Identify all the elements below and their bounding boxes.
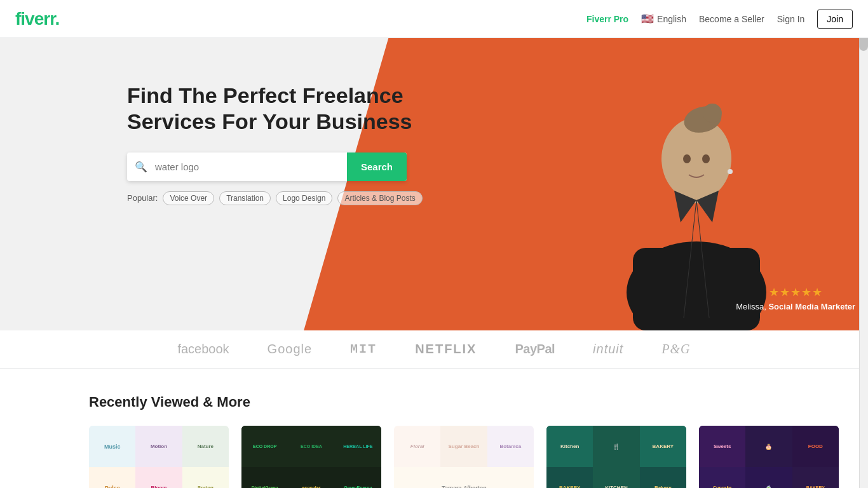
card-3[interactable]: Floral Sugar Beach Botanica Tamara Alber… [394,426,534,488]
hero-title-line1: Find The Perfect Freelance [127,83,403,107]
card-cell: Sweets [699,426,745,467]
card-4[interactable]: Kitchen 🍴 BAKERY BAKERY KITCHEN Bakery [546,426,686,488]
card-1-grid: Music Motion Nature Pulse Bloom Spring [89,426,229,488]
svg-point-6 [683,154,691,163]
svg-point-7 [702,154,710,163]
search-icon: 🔍 [127,161,155,173]
svg-point-5 [703,104,722,123]
card-cell: KITCHEN [593,467,639,488]
card-cell: Nature [182,426,229,467]
popular-row: Popular: Voice Over Translation Logo Des… [127,191,423,205]
card-cell: Bakery [640,467,686,488]
card-4-grid: Kitchen 🍴 BAKERY BAKERY KITCHEN Bakery [546,426,686,488]
hero-title: Find The Perfect Freelance Services For … [127,83,423,135]
language-selector[interactable]: 🇺🇸 English [641,13,686,25]
card-cell: 🍵 [745,467,792,488]
search-button[interactable]: Search [347,152,407,181]
card-cell: Kitchen [546,426,593,467]
card-cell: BAKERY [640,426,686,467]
card-cell: ECO IDEA [288,426,334,467]
navbar-right: Fiverr Pro 🇺🇸 English Become a Seller Si… [587,10,853,29]
brand-netflix: NETFLIX [415,342,477,356]
card-cell: HERBAL LIFE [335,426,381,467]
card-cell: BAKERY [792,467,839,488]
card-cell: ecosolar [288,467,334,488]
card-cell: Pulse [89,467,135,488]
card-cell: 🍴 [593,426,639,467]
svg-point-12 [728,169,733,174]
card-cell: ECO DROP [241,426,288,467]
card-cell: Tamara Alberton [394,467,534,488]
logo-dot: . [55,9,60,29]
card-5-grid: Sweets 🎂 FOOD Cupcake 🍵 BAKERY [699,426,839,488]
popular-tag-articles[interactable]: Articles & Blog Posts [337,191,422,205]
card-cell: Floral [394,426,440,467]
hero-content: Find The Perfect Freelance Services For … [127,83,423,205]
card-3-grid: Floral Sugar Beach Botanica Tamara Alber… [394,426,534,488]
person-name-text: Melissa, [736,302,766,311]
brand-facebook: facebook [177,342,229,356]
logo[interactable]: fiverr. [15,9,59,29]
popular-label: Popular: [127,193,158,203]
brand-google: Google [268,342,313,356]
card-cell: Sugar Beach [440,426,487,467]
card-cell: BAKERY [546,467,593,488]
become-seller-link[interactable]: Become a Seller [699,14,764,24]
language-label: English [657,14,686,24]
section-title: Recently Viewed & More [89,394,843,410]
join-button[interactable]: Join [817,10,853,29]
popular-tag-voiceover[interactable]: Voice Over [163,191,214,205]
card-cell: Cupcake [699,467,745,488]
card-cell: Motion [135,426,182,467]
search-input[interactable] [155,152,347,181]
person-rating: ★★★★★ Melissa, Social Media Marketer [736,285,855,311]
brand-intuit: intuit [593,342,623,356]
stars: ★★★★★ [736,285,855,299]
card-cell: 🎂 [745,426,792,467]
hero-title-line2: Services For Your Business [127,109,412,133]
fiverr-pro-link[interactable]: Fiverr Pro [587,14,628,24]
popular-tag-logo[interactable]: Logo Design [276,191,332,205]
card-5[interactable]: Sweets 🎂 FOOD Cupcake 🍵 BAKERY [699,426,839,488]
card-1[interactable]: Music Motion Nature Pulse Bloom Spring [89,426,229,488]
navbar-left: fiverr. [15,9,59,29]
brand-mit: MIT [350,342,377,356]
card-cell: DigitalGreen [241,467,288,488]
person-role: Social Media Marketer [768,302,855,311]
logo-text: fiverr [15,9,55,29]
search-bar: 🔍 Search [127,152,407,181]
card-cell: Music [89,426,135,467]
card-cell: Spring [182,467,229,488]
brand-paypal: PayPal [515,342,555,356]
card-2[interactable]: ECO DROP ECO IDEA HERBAL LIFE DigitalGre… [241,426,381,488]
person-name: Melissa, Social Media Marketer [736,302,855,311]
scrollbar[interactable] [859,0,868,488]
hero-section: Find The Perfect Freelance Services For … [0,38,868,330]
recently-viewed-section: Recently Viewed & More Music Motion Natu… [0,369,868,488]
card-2-grid: ECO DROP ECO IDEA HERBAL LIFE DigitalGre… [241,426,381,488]
brands-bar: facebook Google MIT NETFLIX PayPal intui… [0,330,868,369]
card-cell: Botanica [487,426,534,467]
cards-row: Music Motion Nature Pulse Bloom Spring E… [89,426,843,488]
card-cell: Bloom [135,467,182,488]
card-cell: GreenEnergy [335,467,381,488]
card-cell: FOOD [792,426,839,467]
brand-pg: P&G [661,342,690,356]
flag-icon: 🇺🇸 [641,13,654,25]
navbar: fiverr. Fiverr Pro 🇺🇸 English Become a S… [0,0,868,38]
popular-tag-translation[interactable]: Translation [219,191,271,205]
sign-in-link[interactable]: Sign In [777,14,805,24]
